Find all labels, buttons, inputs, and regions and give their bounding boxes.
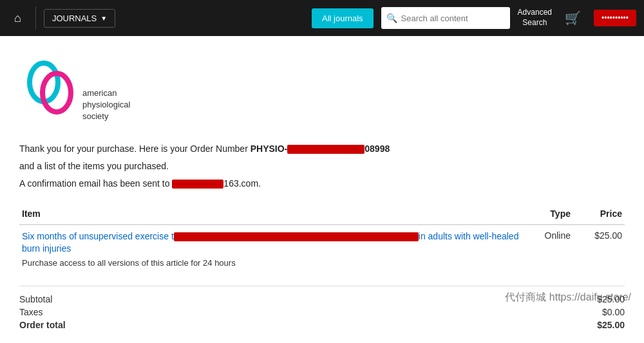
- order-total-row: Order total $25.00: [19, 320, 625, 330]
- subtotal-row: Subtotal $25.00: [19, 294, 625, 304]
- navbar: ⌂ JOURNALS ▼ All journals 🔍 Advanced Sea…: [0, 0, 644, 36]
- logo-area: american physiological society: [19, 49, 625, 123]
- nav-divider: [35, 6, 36, 30]
- search-input[interactable]: [401, 14, 505, 23]
- order-redacted: [287, 145, 365, 154]
- thank-you-line: Thank you for your purchase. Here is you…: [19, 142, 625, 156]
- logo-text: american physiological society: [82, 88, 130, 123]
- order-total-label: Order total: [19, 320, 66, 330]
- article-link[interactable]: Six months of unsupervised exercise tin …: [22, 231, 518, 254]
- all-journals-button[interactable]: All journals: [312, 8, 374, 28]
- item-column-header: Item: [19, 203, 522, 225]
- article-cell: Six months of unsupervised exercise tin …: [19, 225, 522, 273]
- order-total-amount: $25.00: [597, 320, 625, 330]
- search-icon: 🔍: [386, 13, 397, 23]
- advanced-search-link[interactable]: Advanced Search: [518, 8, 552, 28]
- type-column-header: Type: [522, 203, 573, 225]
- title-redacted: [174, 232, 419, 241]
- price-column-header: Price: [573, 203, 625, 225]
- table-header-row: Item Type Price: [19, 203, 625, 225]
- confirmation-section: Thank you for your purchase. Here is you…: [19, 142, 625, 190]
- taxes-label: Taxes: [19, 307, 43, 317]
- cart-button[interactable]: 🛒: [560, 8, 586, 28]
- subtotal-amount: $25.00: [597, 294, 625, 304]
- order-number: PHYSIO-08998: [251, 144, 390, 154]
- cart-icon: 🛒: [565, 11, 581, 25]
- article-price-cell: $25.00: [573, 225, 625, 273]
- taxes-row: Taxes $0.00: [19, 307, 625, 317]
- home-icon: ⌂: [14, 12, 21, 24]
- items-line: and a list of the items you purchased.: [19, 160, 625, 173]
- main-content: american physiological society Thank you…: [0, 36, 644, 343]
- chevron-down-icon: ▼: [100, 15, 107, 22]
- journals-label: JOURNALS: [52, 14, 97, 23]
- journals-dropdown-button[interactable]: JOURNALS ▼: [44, 9, 115, 28]
- taxes-amount: $0.00: [602, 307, 625, 317]
- aps-logo: [19, 55, 77, 120]
- subtotal-label: Subtotal: [19, 294, 52, 304]
- article-access-note: Purchase access to all versions of this …: [22, 258, 519, 268]
- search-container: 🔍: [381, 7, 510, 29]
- home-button[interactable]: ⌂: [8, 8, 28, 29]
- table-row: Six months of unsupervised exercise tin …: [19, 225, 625, 273]
- order-table: Item Type Price Six months of unsupervis…: [19, 203, 625, 273]
- totals-section: Subtotal $25.00 Taxes $0.00 Order total …: [19, 286, 625, 330]
- email-line: A confirmation email has been sent to 16…: [19, 177, 625, 190]
- user-account-button[interactable]: ••••••••••: [594, 10, 636, 26]
- email-redacted: [172, 180, 223, 189]
- article-type-cell: Online: [522, 225, 573, 273]
- article-title-line: Six months of unsupervised exercise tin …: [22, 230, 519, 255]
